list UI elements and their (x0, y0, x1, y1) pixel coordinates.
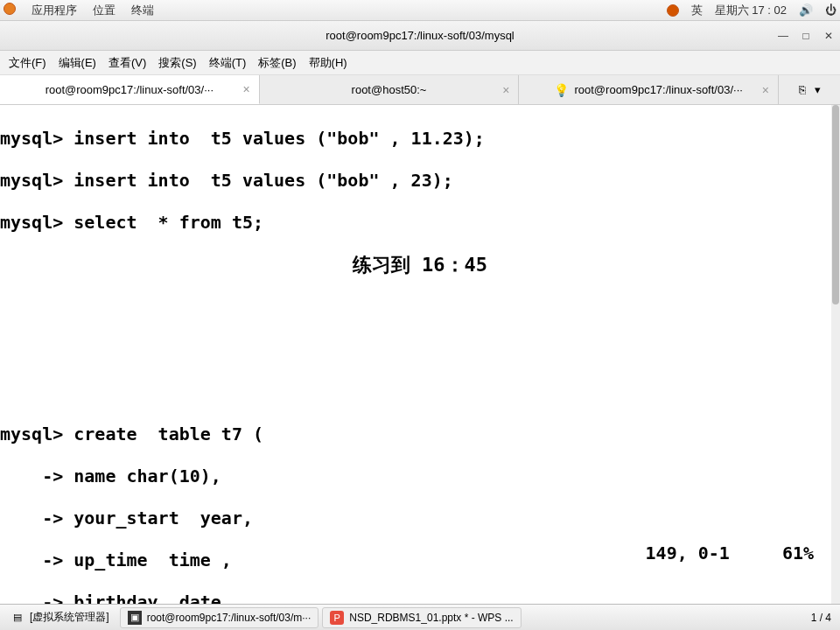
menu-view[interactable]: 查看(V) (103, 55, 151, 71)
close-button[interactable]: ✕ (822, 30, 835, 42)
power-icon[interactable]: ⏻ (825, 4, 836, 17)
minimize-button[interactable]: — (777, 30, 789, 42)
window-list-icon: ▤ (10, 611, 24, 625)
terminal-line (0, 298, 840, 318)
menu-places[interactable]: 位置 (93, 3, 116, 18)
terminal-tab-2[interactable]: root@host50:~ × (260, 75, 520, 104)
terminal-line: mysql> insert into t5 values ("bob" , 11… (0, 128, 840, 149)
terminal-tabbar: root@room9pc17:/linux-soft/03/··· × root… (0, 75, 840, 105)
gnome-top-panel: 应用程序 位置 终端 英 星期六 17 : 02 🔊 ⏻ (0, 0, 840, 21)
bottom-taskbar: ▤ [虚拟系统管理器] ▣ root@room9pc17:/linux-soft… (0, 604, 840, 630)
scrollbar-thumb[interactable] (832, 105, 839, 304)
menu-file[interactable]: 文件(F) (4, 55, 52, 71)
tab-label: root@room9pc17:/linux-soft/03/··· (574, 83, 742, 96)
window-titlebar: root@room9pc17:/linux-soft/03/mysql — □ … (0, 21, 840, 51)
cursor-position: 149, 0-1 (646, 542, 730, 564)
foot-menu-icon[interactable] (4, 3, 16, 18)
menu-help[interactable]: 帮助(H) (304, 55, 353, 71)
menu-edit[interactable]: 编辑(E) (53, 55, 102, 71)
menu-applications[interactable]: 应用程序 (32, 3, 77, 18)
workspace-pager[interactable]: 1 / 4 (811, 612, 836, 624)
clock[interactable]: 星期六 17 : 02 (715, 3, 787, 18)
terminal-line: -> name char(10), (0, 466, 840, 486)
scroll-percent: 61% (782, 542, 814, 564)
terminal-line: mysql> select * from t5; (0, 212, 840, 233)
task-vm-manager[interactable]: ▤ [虚拟系统管理器] (4, 607, 116, 628)
tab-tools: ⎘ ▾ (779, 75, 840, 104)
scrollbar[interactable] (831, 105, 840, 604)
new-tab-icon[interactable]: ⎘ (799, 83, 806, 96)
tab-label: root@room9pc17:/linux-soft/03/··· (46, 83, 214, 96)
bulb-icon: 💡 (554, 83, 569, 97)
tab-menu-icon[interactable]: ▾ (815, 83, 821, 96)
terminal-tab-3[interactable]: 💡 root@room9pc17:/linux-soft/03/··· × (519, 75, 779, 104)
task-label: root@room9pc17:/linux-soft/03/m··· (147, 612, 312, 624)
terminal-icon: ▣ (128, 611, 142, 625)
task-wps[interactable]: P NSD_RDBMS1_01.pptx * - WPS ... (322, 607, 521, 628)
close-icon[interactable]: × (762, 83, 769, 97)
wps-icon: P (330, 611, 344, 625)
menu-tabs[interactable]: 标签(B) (253, 55, 301, 71)
volume-icon[interactable]: 🔊 (799, 4, 813, 17)
input-lang[interactable]: 英 (691, 3, 703, 18)
task-label: [虚拟系统管理器] (30, 610, 109, 625)
terminal-content[interactable]: mysql> insert into t5 values ("bob" , 11… (0, 105, 840, 569)
task-terminal[interactable]: ▣ root@room9pc17:/linux-soft/03/m··· (120, 607, 319, 628)
close-icon[interactable]: × (242, 82, 249, 96)
terminal-tab-1[interactable]: root@room9pc17:/linux-soft/03/··· × (0, 75, 260, 104)
terminal-line (0, 340, 840, 360)
terminal-line: -> your_start year, (0, 508, 840, 528)
menu-terminal-menu[interactable]: 终端(T) (204, 55, 252, 71)
note-text: 练习到 16：45 (0, 254, 840, 276)
menu-search[interactable]: 搜索(S) (153, 55, 201, 71)
terminal-line: mysql> create table t7 ( (0, 424, 840, 444)
maximize-button[interactable]: □ (800, 30, 812, 42)
tab-label: root@host50:~ (352, 83, 427, 96)
vim-status: 149, 0-1 61% (646, 542, 814, 564)
notification-icon[interactable] (667, 4, 679, 17)
menu-terminal[interactable]: 终端 (131, 3, 154, 18)
window-title: root@room9pc17:/linux-soft/03/mysql (326, 29, 514, 42)
close-icon[interactable]: × (502, 83, 509, 97)
task-label: NSD_RDBMS1_01.pptx * - WPS ... (349, 612, 513, 624)
terminal-line (0, 382, 840, 402)
terminal-line: mysql> insert into t5 values ("bob" , 23… (0, 170, 840, 191)
menubar: 文件(F) 编辑(E) 查看(V) 搜索(S) 终端(T) 标签(B) 帮助(H… (0, 51, 840, 75)
